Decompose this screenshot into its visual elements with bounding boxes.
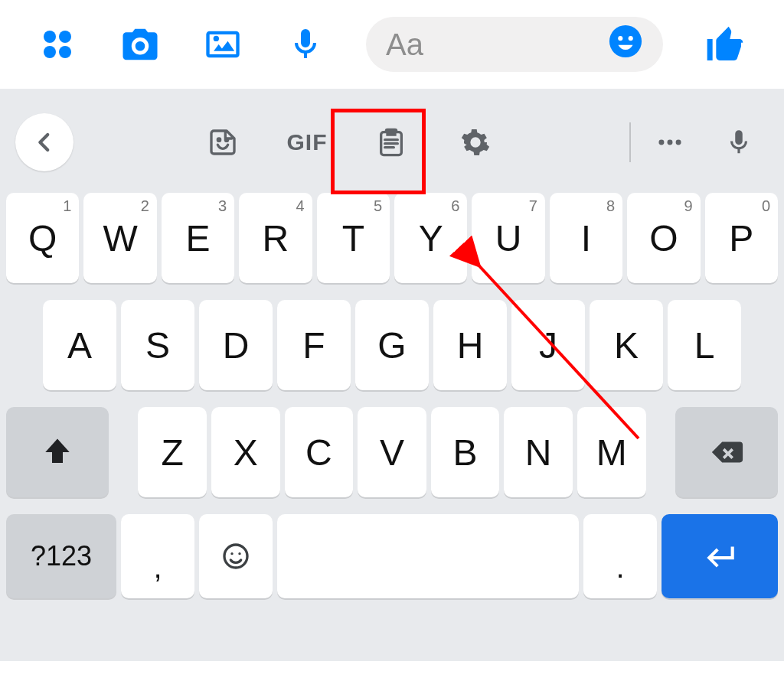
- key-h[interactable]: H: [433, 300, 507, 390]
- key-n[interactable]: N: [504, 407, 573, 497]
- space-key[interactable]: [277, 514, 579, 598]
- key-z[interactable]: Z: [138, 407, 207, 497]
- svg-point-4: [609, 24, 642, 57]
- key-w[interactable]: W2: [83, 193, 156, 283]
- message-input[interactable]: Aa: [366, 17, 663, 72]
- key-rows: Q1 W2 E3 R4 T5 Y6 U7 I8 O9 P0 A S D F G …: [0, 182, 784, 598]
- key-g[interactable]: G: [355, 300, 429, 390]
- svg-point-12: [238, 552, 240, 555]
- key-row-2: A S D F G H J K L: [6, 300, 778, 390]
- voice-message-icon[interactable]: [283, 22, 328, 67]
- comma-key[interactable]: ,: [121, 514, 194, 598]
- camera-icon[interactable]: [118, 22, 162, 67]
- gif-label: GIF: [287, 129, 328, 155]
- soft-keyboard: GIF Q1 W2 E3 R4 T5 Y6 U7 I8 O9 P0: [0, 89, 784, 661]
- key-j[interactable]: J: [511, 300, 585, 390]
- like-icon[interactable]: [701, 21, 749, 68]
- key-u[interactable]: U7: [472, 193, 544, 283]
- gif-button[interactable]: GIF: [265, 112, 349, 173]
- enter-key[interactable]: [662, 514, 778, 598]
- clipboard-icon[interactable]: [349, 112, 433, 173]
- mic-icon[interactable]: [704, 112, 773, 173]
- collapse-toolbar-button[interactable]: [15, 113, 74, 171]
- key-v[interactable]: V: [358, 407, 426, 497]
- svg-point-8: [668, 140, 673, 145]
- key-a[interactable]: A: [43, 300, 116, 390]
- key-k[interactable]: K: [590, 300, 663, 390]
- svg-point-3: [59, 46, 71, 58]
- key-x[interactable]: X: [211, 407, 280, 497]
- more-icon[interactable]: [635, 112, 704, 173]
- key-t[interactable]: T5: [317, 193, 390, 283]
- svg-point-1: [59, 31, 71, 43]
- toolbar-divider: [629, 122, 631, 162]
- period-key[interactable]: .: [583, 514, 657, 598]
- key-row-3: Z X C V B N M: [6, 407, 778, 497]
- svg-point-5: [618, 36, 622, 41]
- key-e[interactable]: E3: [162, 193, 234, 283]
- shift-key[interactable]: [6, 407, 109, 497]
- settings-icon[interactable]: [433, 112, 518, 173]
- symbols-key[interactable]: ?123: [6, 514, 116, 598]
- key-c[interactable]: C: [285, 407, 354, 497]
- key-d[interactable]: D: [199, 300, 273, 390]
- key-row-1: Q1 W2 E3 R4 T5 Y6 U7 I8 O9 P0: [6, 193, 778, 283]
- svg-point-2: [44, 46, 56, 58]
- key-r[interactable]: R4: [239, 193, 312, 283]
- key-i[interactable]: I8: [550, 193, 622, 283]
- key-row-4: ?123 , .: [6, 514, 778, 598]
- emoji-picker-icon[interactable]: [608, 24, 643, 66]
- key-y[interactable]: Y6: [394, 193, 467, 283]
- key-m[interactable]: M: [577, 407, 646, 497]
- svg-point-9: [676, 140, 681, 145]
- svg-point-0: [44, 31, 56, 43]
- message-placeholder: Aa: [386, 28, 593, 62]
- sticker-icon[interactable]: [181, 112, 265, 173]
- key-b[interactable]: B: [431, 407, 500, 497]
- key-l[interactable]: L: [668, 300, 741, 390]
- svg-point-6: [629, 36, 633, 41]
- emoji-key[interactable]: [199, 514, 273, 598]
- key-o[interactable]: O9: [627, 193, 700, 283]
- key-s[interactable]: S: [121, 300, 194, 390]
- backspace-key[interactable]: [675, 407, 778, 497]
- gallery-icon[interactable]: [201, 22, 245, 67]
- keyboard-toolbar: GIF: [0, 103, 784, 182]
- key-p[interactable]: P0: [705, 193, 778, 283]
- svg-point-7: [658, 140, 664, 145]
- key-q[interactable]: Q1: [6, 193, 79, 283]
- apps-icon[interactable]: [35, 22, 80, 67]
- key-f[interactable]: F: [277, 300, 351, 390]
- svg-point-11: [230, 552, 233, 555]
- messenger-composer-bar: Aa: [0, 0, 784, 89]
- svg-point-10: [224, 545, 247, 568]
